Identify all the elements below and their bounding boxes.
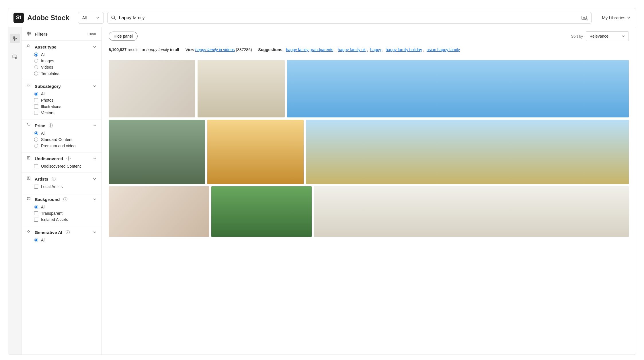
sort-dropdown[interactable]: Relevance xyxy=(586,31,629,41)
category-dropdown[interactable]: All xyxy=(78,12,104,24)
view-in-videos-link[interactable]: happy family in videos xyxy=(195,47,235,52)
section-asset-type: Asset type All Images Videos Templates xyxy=(22,41,102,80)
result-tile[interactable] xyxy=(198,60,285,117)
opt-local-artists[interactable]: Local Artists xyxy=(34,184,96,189)
logo-badge: St xyxy=(13,13,24,23)
section-price-toggle[interactable]: Price i xyxy=(27,123,96,128)
checkbox-icon xyxy=(34,98,38,102)
result-tile[interactable] xyxy=(306,120,629,184)
header: St Adobe Stock All My Libraries xyxy=(8,8,636,27)
opt-price-premium[interactable]: Premium and video xyxy=(34,144,96,148)
opt-label: Videos xyxy=(41,65,53,69)
image-search-icon[interactable] xyxy=(581,15,588,20)
hide-panel-button[interactable]: Hide panel xyxy=(109,32,138,41)
suggestion-link[interactable]: happy family grandparents xyxy=(286,47,333,52)
section-price: Price i All Standard Content Premium and… xyxy=(22,119,102,152)
svg-point-28 xyxy=(29,126,30,126)
opt-sub-illustrations[interactable]: Illustrations xyxy=(34,104,96,109)
rail-image-search-button[interactable] xyxy=(10,52,20,62)
radio-icon xyxy=(34,71,38,76)
chevron-down-icon xyxy=(93,45,96,49)
search-bar xyxy=(107,12,592,24)
section-subcategory: Subcategory All Photos Illustrations Vec… xyxy=(22,80,102,119)
section-title: Artists xyxy=(35,177,48,181)
person-icon xyxy=(27,176,32,181)
clear-filters-button[interactable]: Clear xyxy=(87,32,96,36)
result-tile[interactable] xyxy=(109,120,205,184)
result-tile[interactable] xyxy=(287,60,629,117)
opt-sub-vectors[interactable]: Vectors xyxy=(34,111,96,115)
result-tile[interactable] xyxy=(314,186,629,237)
svg-point-0 xyxy=(112,16,114,19)
radio-icon xyxy=(34,205,38,209)
view-in-videos: View happy family in videos (837286) xyxy=(186,47,252,52)
svg-point-20 xyxy=(28,34,29,35)
result-tile[interactable] xyxy=(109,60,195,117)
radio-icon xyxy=(34,138,38,142)
info-icon[interactable]: i xyxy=(66,230,70,234)
info-icon[interactable]: i xyxy=(67,156,71,160)
svg-rect-26 xyxy=(29,86,30,87)
suggestion-link[interactable]: happy family holiday xyxy=(386,47,422,52)
opt-asset-all[interactable]: All xyxy=(34,52,96,57)
checkbox-icon xyxy=(34,211,38,215)
info-icon[interactable]: i xyxy=(63,197,67,201)
opt-label: Illustrations xyxy=(41,104,61,109)
section-undiscovered-toggle[interactable]: Undiscovered i xyxy=(27,156,96,161)
result-tile[interactable] xyxy=(211,186,312,237)
section-title: Price xyxy=(35,123,45,128)
suggestion-link[interactable]: happy xyxy=(370,47,381,52)
opt-sub-photos[interactable]: Photos xyxy=(34,98,96,102)
chevron-down-icon xyxy=(622,34,625,38)
section-title: Background xyxy=(35,197,60,202)
my-libraries-dropdown[interactable]: My Libraries xyxy=(602,15,631,20)
opt-price-standard[interactable]: Standard Content xyxy=(34,137,96,142)
svg-point-31 xyxy=(28,177,29,178)
svg-point-7 xyxy=(13,36,15,38)
opt-bg-all[interactable]: All xyxy=(34,205,96,209)
opt-undiscovered[interactable]: Undiscovered Content xyxy=(34,164,96,169)
section-background-toggle[interactable]: Background i xyxy=(27,197,96,202)
section-title: Undiscovered xyxy=(35,156,63,161)
opt-bg-transparent[interactable]: Transparent xyxy=(34,211,96,216)
opt-price-all[interactable]: All xyxy=(34,131,96,136)
section-asset-type-toggle[interactable]: Asset type xyxy=(27,44,96,49)
info-icon[interactable]: i xyxy=(49,123,53,127)
my-libraries-label: My Libraries xyxy=(602,15,625,20)
section-undiscovered: Undiscovered i Undiscovered Content xyxy=(22,152,102,173)
logo-text: Adobe Stock xyxy=(27,14,69,22)
info-icon[interactable]: i xyxy=(52,177,56,181)
chevron-down-icon xyxy=(93,84,96,88)
section-artists-toggle[interactable]: Artists i xyxy=(27,176,96,181)
result-tile[interactable] xyxy=(207,120,304,184)
radio-icon xyxy=(34,59,38,63)
rail-filters-button[interactable] xyxy=(10,34,20,43)
sort-by-label: Sort by xyxy=(571,34,583,38)
opt-asset-videos[interactable]: Videos xyxy=(34,65,96,69)
opt-genai-all[interactable]: All xyxy=(34,238,96,242)
opt-bg-isolated[interactable]: Isolated Assets xyxy=(34,217,96,222)
section-genai-toggle[interactable]: Generative AI i xyxy=(27,230,96,235)
sliders-icon xyxy=(27,31,32,36)
section-subcategory-toggle[interactable]: Subcategory xyxy=(27,84,96,89)
search-icon xyxy=(111,15,116,20)
result-tile[interactable] xyxy=(109,186,209,237)
checkbox-icon xyxy=(34,164,38,168)
opt-sub-all[interactable]: All xyxy=(34,92,96,96)
image-search-icon xyxy=(12,54,17,59)
search-input[interactable] xyxy=(119,15,579,20)
opt-label: Vectors xyxy=(41,111,54,115)
svg-line-14 xyxy=(17,59,17,59)
svg-point-18 xyxy=(29,33,30,34)
category-dropdown-label: All xyxy=(82,16,87,20)
suggestion-link[interactable]: asian happy family xyxy=(427,47,460,52)
opt-label: Undiscovered Content xyxy=(41,164,81,169)
svg-line-5 xyxy=(587,20,588,20)
opt-asset-images[interactable]: Images xyxy=(34,59,96,63)
filters-panel: Filters Clear Asset type All Images Vide… xyxy=(22,27,102,355)
suggestion-link[interactable]: happy family uk xyxy=(338,47,366,52)
svg-rect-23 xyxy=(27,84,28,85)
opt-asset-templates[interactable]: Templates xyxy=(34,71,96,76)
opt-label: Templates xyxy=(41,71,59,76)
svg-rect-24 xyxy=(29,84,30,85)
